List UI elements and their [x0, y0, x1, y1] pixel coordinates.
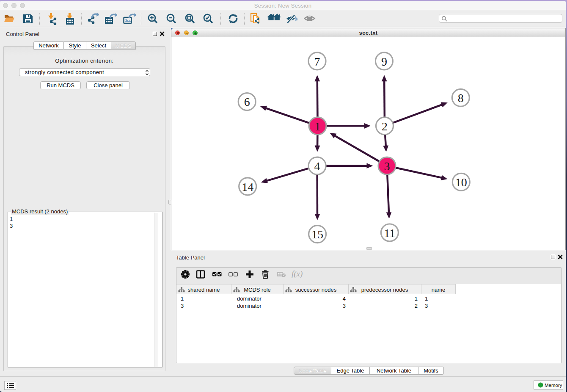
svg-text:11: 11 [384, 226, 395, 240]
svg-text:2: 2 [382, 120, 388, 133]
svg-text:9: 9 [381, 55, 387, 68]
svg-text:10: 10 [455, 176, 467, 189]
svg-text:3: 3 [384, 160, 390, 173]
svg-text:6: 6 [244, 95, 250, 108]
svg-text:8: 8 [458, 91, 464, 105]
svg-text:7: 7 [314, 55, 320, 68]
svg-text:1: 1 [315, 120, 321, 133]
svg-text:14: 14 [242, 180, 253, 193]
svg-text:15: 15 [311, 228, 323, 241]
svg-text:4: 4 [314, 160, 320, 173]
